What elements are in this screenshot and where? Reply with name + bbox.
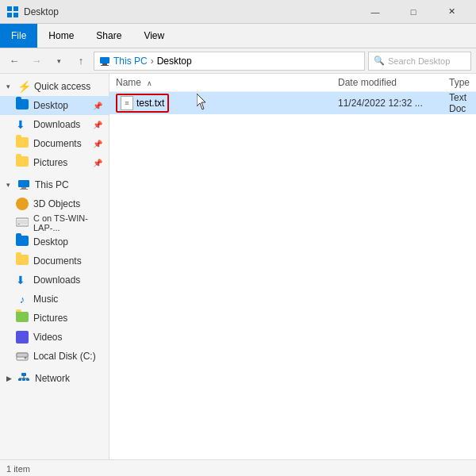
downloads-icon-quick: ⬇: [16, 118, 29, 131]
title-bar: Desktop — □ ✕: [0, 0, 476, 24]
svg-point-15: [25, 357, 27, 359]
forward-button[interactable]: →: [27, 52, 46, 71]
sort-arrow: ∧: [147, 79, 152, 87]
this-pc-header[interactable]: ▾ This PC: [0, 175, 109, 194]
up-button[interactable]: ↑: [71, 52, 90, 71]
sidebar-desktop-label: Desktop: [33, 100, 68, 111]
network-expand: ▶: [6, 374, 16, 382]
this-pc-expand: ▾: [6, 181, 16, 189]
main-layout: ▾ ⚡ Quick access Desktop 📌 ⬇ Downloads 📌…: [0, 74, 476, 459]
search-box[interactable]: 🔍 Search Desktop: [368, 52, 471, 71]
item-count: 1 item: [6, 464, 30, 474]
network-header[interactable]: ▶ Network: [0, 369, 109, 388]
pictures-icon-pc: [16, 312, 29, 324]
path-sep-1: ›: [151, 56, 154, 67]
file-type: Text Doc: [449, 92, 470, 114]
recent-locations-button[interactable]: ▾: [49, 52, 68, 71]
this-pc-label: This PC: [35, 179, 69, 190]
this-pc-icon: [17, 178, 30, 191]
sidebar-item-desktop-pc[interactable]: Desktop: [0, 232, 109, 251]
pin-icon-docs: 📌: [93, 140, 102, 148]
pictures-icon-quick: [16, 156, 29, 169]
svg-rect-1: [13, 6, 18, 11]
sidebar-item-3dobjects[interactable]: 3D Objects: [0, 194, 109, 213]
sidebar-item-music[interactable]: ♪ Music: [0, 290, 109, 309]
col-type-header[interactable]: Type: [449, 77, 470, 88]
svg-rect-7: [18, 180, 29, 187]
sidebar-documents-label-quick: Documents: [33, 138, 82, 149]
sidebar-item-documents-pc[interactable]: Documents: [0, 251, 109, 271]
svg-rect-3: [13, 13, 18, 17]
close-button[interactable]: ✕: [433, 0, 470, 24]
col-type-label: Type: [449, 77, 470, 88]
table-row[interactable]: test.txt 11/24/2022 12:32 ... Text Doc: [109, 92, 476, 114]
sidebar-downloads-label-pc: Downloads: [33, 274, 80, 286]
tab-share[interactable]: Share: [85, 24, 132, 48]
file-selected-highlight: test.txt: [116, 94, 169, 113]
sidebar-local-disk-label: Local Disk (C:): [33, 351, 96, 362]
sidebar-item-pictures-quick[interactable]: Pictures 📌: [0, 153, 109, 172]
search-placeholder: Search Desktop: [388, 56, 450, 66]
svg-rect-0: [7, 6, 12, 11]
desktop-folder-icon: [16, 99, 29, 112]
path-desktop: Desktop: [157, 56, 192, 67]
tab-home[interactable]: Home: [37, 24, 85, 48]
videos-icon: [16, 331, 29, 344]
svg-rect-8: [21, 187, 26, 189]
sidebar-pictures-label-pc: Pictures: [33, 313, 67, 324]
quick-access-header[interactable]: ▾ ⚡ Quick access: [0, 77, 109, 96]
svg-rect-5: [102, 63, 107, 65]
3dobjects-icon: [16, 198, 29, 210]
pin-icon: 📌: [93, 102, 102, 110]
ribbon: File Home Share View: [0, 24, 476, 48]
file-name: test.txt: [136, 98, 164, 109]
minimize-button[interactable]: —: [357, 0, 393, 24]
network-icon: [17, 372, 30, 385]
sidebar-item-videos[interactable]: Videos: [0, 328, 109, 347]
col-name-label: Name: [116, 77, 141, 88]
file-date: 11/24/2022 12:32 ...: [338, 98, 449, 109]
status-bar: 1 item: [0, 459, 476, 476]
window-icon: [6, 6, 19, 18]
col-date-label: Date modified: [338, 77, 397, 88]
back-button[interactable]: ←: [5, 52, 24, 71]
downloads-icon-pc: ⬇: [16, 274, 29, 286]
svg-rect-9: [20, 189, 28, 190]
sidebar-item-downloads-quick[interactable]: ⬇ Downloads 📌: [0, 115, 109, 134]
tab-view[interactable]: View: [132, 24, 175, 48]
address-path[interactable]: This PC › Desktop: [94, 52, 365, 71]
txt-file-icon: [121, 96, 133, 110]
file-list: test.txt 11/24/2022 12:32 ... Text Doc: [109, 92, 476, 459]
sidebar-c-drive-label: C on TS-WIN-LAP-...: [33, 213, 102, 232]
svg-rect-6: [101, 65, 109, 66]
sidebar-videos-label: Videos: [33, 332, 62, 343]
svg-rect-16: [21, 373, 26, 376]
tab-file[interactable]: File: [0, 24, 37, 48]
sidebar-downloads-label-quick: Downloads: [33, 119, 80, 130]
path-this-pc: This PC: [113, 56, 148, 67]
maximize-button[interactable]: □: [395, 0, 432, 24]
desktop-folder-icon-pc: [16, 236, 29, 248]
sidebar-item-local-disk[interactable]: Local Disk (C:): [0, 347, 109, 366]
this-pc-small-icon: [99, 56, 110, 67]
svg-rect-4: [100, 57, 109, 63]
sidebar-item-downloads-pc[interactable]: ⬇ Downloads: [0, 271, 109, 290]
sidebar-pictures-label-quick: Pictures: [33, 157, 67, 168]
network-label: Network: [35, 373, 70, 384]
quick-access-icon: ⚡: [17, 80, 31, 93]
sidebar-item-pictures-pc[interactable]: Pictures: [0, 309, 109, 328]
pin-icon-pics: 📌: [93, 159, 102, 167]
column-headers: Name ∧ Date modified Type: [109, 74, 476, 92]
content-area: Name ∧ Date modified Type test.txt 11/24…: [109, 74, 476, 459]
col-date-header[interactable]: Date modified: [338, 77, 449, 88]
music-icon: ♪: [16, 293, 29, 305]
documents-icon-quick: [16, 137, 29, 150]
ribbon-tabs: File Home Share View: [0, 24, 476, 48]
pin-icon-dl: 📌: [93, 121, 102, 129]
documents-icon-pc: [16, 255, 29, 267]
sidebar-item-c-drive[interactable]: C on TS-WIN-LAP-...: [0, 213, 109, 232]
col-name-header[interactable]: Name ∧: [116, 77, 338, 88]
file-name-cell: test.txt: [116, 94, 338, 113]
sidebar-item-documents-quick[interactable]: Documents 📌: [0, 134, 109, 153]
sidebar-item-desktop-quick[interactable]: Desktop 📌: [0, 96, 109, 115]
